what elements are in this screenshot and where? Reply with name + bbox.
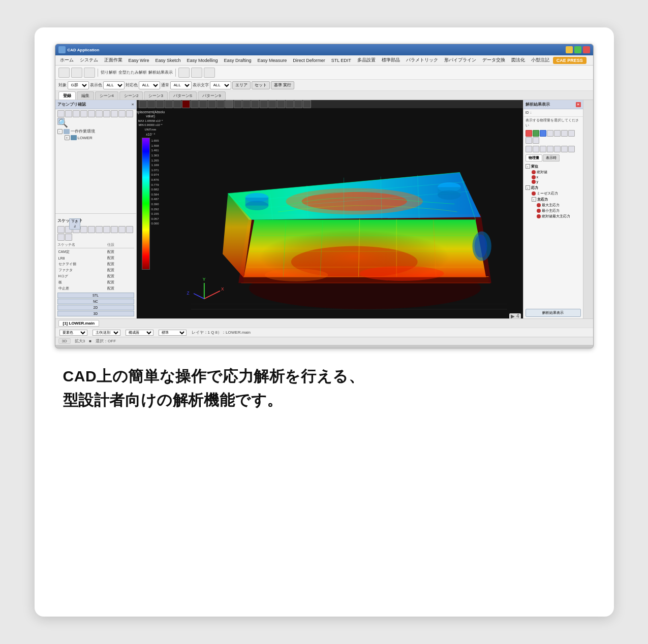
menu-annotation[interactable]: 小型注記 <box>529 56 552 64</box>
lp-icon-4[interactable] <box>80 110 87 117</box>
toolbar-btn-5[interactable] <box>191 68 202 78</box>
view-btn-14[interactable] <box>251 100 259 108</box>
view-btn-17[interactable] <box>277 100 285 108</box>
rp-tab-display[interactable]: 表示時 <box>543 154 560 162</box>
toolbar-btn-6[interactable] <box>204 68 215 78</box>
status-select-display[interactable]: 土/矢送別 <box>92 330 120 336</box>
view-btn-1[interactable] <box>139 100 147 108</box>
sketch-icon-filter[interactable] <box>57 234 65 241</box>
view-btn-16[interactable] <box>268 100 276 108</box>
toolbar-btn-1[interactable] <box>58 68 70 78</box>
sketch-btn-3d[interactable]: 3D <box>57 311 134 316</box>
menu-param[interactable]: パラメトリック <box>404 56 441 64</box>
view-btn-9[interactable] <box>208 100 216 108</box>
sketch-icon-4[interactable] <box>80 226 87 233</box>
view-btn-18[interactable] <box>286 100 294 108</box>
maximize-button[interactable] <box>574 46 581 53</box>
sketch-icon-1[interactable] <box>57 226 65 233</box>
nav-arrow-right[interactable]: ▶ 4 <box>509 313 520 318</box>
sketch-icon-9[interactable] <box>118 226 126 233</box>
tab-scene2[interactable]: シーン2 <box>119 91 143 100</box>
menu-figure[interactable]: 図法化 <box>509 56 528 64</box>
rp-icon-9[interactable] <box>533 137 539 144</box>
sketch-icon-8[interactable] <box>111 226 118 233</box>
sketch-icon-6[interactable] <box>96 226 103 233</box>
menu-directdeformer[interactable]: Direct Deformer <box>290 57 328 63</box>
filter-btn-set[interactable]: セット <box>252 81 270 89</box>
close-button[interactable] <box>583 46 590 53</box>
filter-select-group[interactable]: G群 <box>68 81 89 89</box>
rp-icon-15[interactable] <box>561 146 568 152</box>
view-btn-5[interactable] <box>173 100 181 108</box>
view-btn-6[interactable] <box>182 100 190 108</box>
lp-icon-7[interactable] <box>103 110 110 117</box>
rp-icon-10[interactable] <box>526 146 532 152</box>
view-btn-12[interactable] <box>234 100 242 108</box>
sketch-btn-nc[interactable]: NC <box>57 299 134 304</box>
tab-scene3[interactable]: シーン3 <box>144 91 167 100</box>
sketch-btn-2d[interactable]: 2D <box>57 305 134 310</box>
rp-expand-displacement[interactable]: - <box>526 164 530 169</box>
rp-tab-physical[interactable]: 物理量 <box>526 154 542 162</box>
rp-icon-6[interactable] <box>561 130 568 137</box>
view-btn-8[interactable] <box>199 100 207 108</box>
filter-btn-area[interactable]: エリア <box>232 81 251 89</box>
filter-select-text[interactable]: ALL <box>210 81 231 89</box>
left-panel-x-btn[interactable]: × <box>132 102 134 107</box>
tab-register[interactable]: 登録 <box>58 91 76 100</box>
toolbar-btn-3[interactable] <box>84 68 95 78</box>
lp-icon-10[interactable] <box>126 110 133 117</box>
view-btn-10[interactable] <box>217 100 225 108</box>
rp-icon-5[interactable] <box>554 130 561 137</box>
tree-expand-lower[interactable]: + <box>65 135 70 140</box>
rp-icon-8[interactable] <box>526 137 532 144</box>
rp-icon-1[interactable] <box>526 130 532 137</box>
filter-select-normal[interactable]: ALL <box>170 81 192 89</box>
rp-result-btn[interactable]: 解析結果表示 <box>526 309 581 317</box>
menu-stledit[interactable]: STL EDIT <box>329 57 354 63</box>
view-btn-4[interactable] <box>165 100 173 108</box>
rp-icon-13[interactable] <box>547 146 553 152</box>
menu-system[interactable]: システム <box>77 56 101 64</box>
tab-scene4[interactable]: シーン4 <box>95 91 118 100</box>
status-select-normal[interactable]: 標準 <box>159 330 187 336</box>
tab-pattern-9[interactable]: バターン9 <box>198 91 225 100</box>
sketch-icon-7[interactable] <box>103 226 110 233</box>
lp-icon-6[interactable] <box>96 110 103 117</box>
minimize-button[interactable] <box>566 46 573 53</box>
view-btn-13[interactable] <box>242 100 251 108</box>
lp-icon-9[interactable] <box>118 110 126 117</box>
rp-expand-principal[interactable]: - <box>532 197 536 202</box>
menu-pipeline[interactable]: 形パイプライン <box>442 56 479 64</box>
menu-easymeasure[interactable]: Easy Measure <box>255 57 290 63</box>
lp-icon-2[interactable] <box>65 110 72 117</box>
tab-pattern-s[interactable]: バターンS <box>169 91 197 100</box>
viewport[interactable]: X Y Z ▶ 4 <box>165 108 523 318</box>
lp-icon-8[interactable] <box>111 110 118 117</box>
view-btn-3[interactable] <box>156 100 164 108</box>
lp-icon-3[interactable] <box>73 110 80 117</box>
rp-expand-stress[interactable]: - <box>526 185 530 190</box>
view-btn-11[interactable] <box>225 100 233 108</box>
view-btn-7[interactable] <box>191 100 199 108</box>
rp-icon-16[interactable] <box>568 146 575 152</box>
rp-close-btn[interactable]: × <box>576 102 581 107</box>
menu-easysketch[interactable]: Easy Sketch <box>153 57 183 63</box>
menu-home[interactable]: ホーム <box>57 56 76 64</box>
rp-icon-11[interactable] <box>533 146 539 152</box>
sketch-icon-search[interactable] <box>65 234 72 241</box>
view-btn-19[interactable] <box>294 100 302 108</box>
tree-expand-root[interactable]: - <box>57 129 63 134</box>
menu-standard[interactable]: 標準部品 <box>379 56 403 64</box>
sketch-icon-sort[interactable] <box>126 226 133 233</box>
filter-btn-reset[interactable]: 基準 実行 <box>271 81 294 89</box>
side-btn-down[interactable]: 下きょ <box>69 218 80 230</box>
lp-icon-search[interactable]: 🔍 <box>57 118 65 125</box>
lp-icon-1[interactable] <box>57 110 65 117</box>
rp-icon-3[interactable] <box>540 130 546 137</box>
tab-edit[interactable]: 編集 <box>77 91 94 100</box>
sketch-btn-stl[interactable]: STL <box>57 293 134 298</box>
rp-icon-12[interactable] <box>540 146 546 152</box>
menu-surface[interactable]: 正面作業 <box>102 56 125 64</box>
view-mode-3d[interactable]: 3D <box>58 338 71 344</box>
